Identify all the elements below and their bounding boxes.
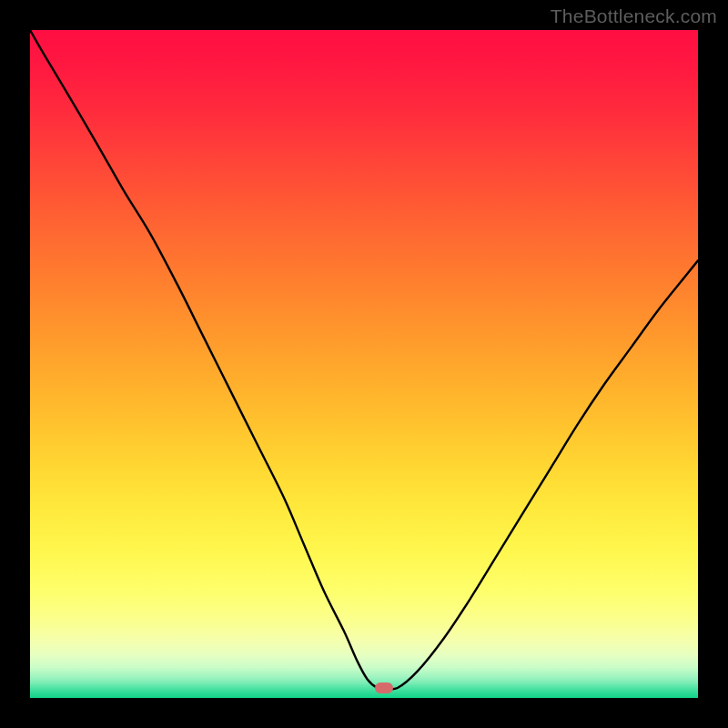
- watermark-text: TheBottleneck.com: [551, 5, 717, 27]
- plot-area: [30, 30, 698, 698]
- bottleneck-marker: [375, 682, 393, 693]
- chart-frame: TheBottleneck.com: [0, 0, 728, 728]
- bottleneck-curve: [30, 30, 698, 698]
